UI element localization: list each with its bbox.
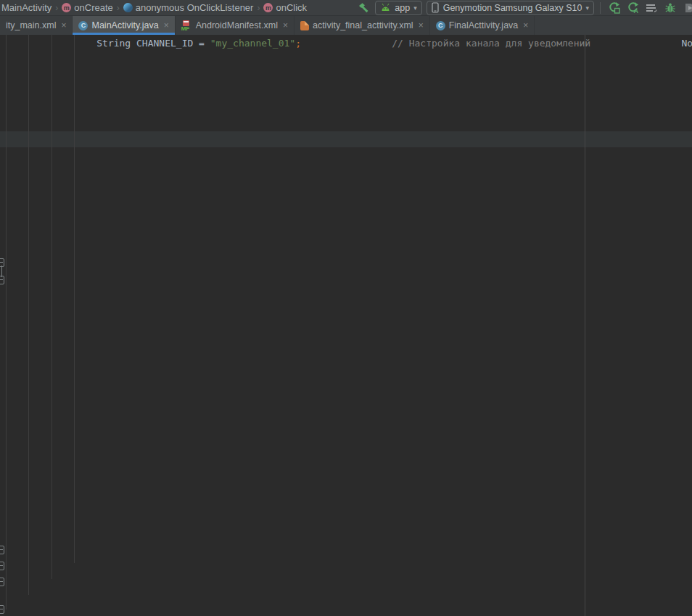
- phone-icon: [432, 1, 440, 15]
- breadcrumb-item[interactable]: monCreate: [62, 2, 112, 13]
- code-line: String CHANNEL_ID = "my_channel_01";: [6, 38, 301, 49]
- indent-guide: [6, 35, 7, 609]
- breadcrumb-label: MainActivity: [1, 2, 52, 13]
- run-config-selector[interactable]: app ▾: [375, 1, 421, 15]
- class-file-icon: C: [436, 21, 445, 30]
- breadcrumb-separator: ›: [113, 3, 123, 13]
- tab-close-icon[interactable]: ×: [419, 20, 424, 30]
- tab-label: MainActivity.java: [91, 20, 158, 30]
- breadcrumb: MainActivity›monCreate›anonymous OnClick…: [1, 0, 307, 15]
- android-studio-window: MainActivity›monCreate›anonymous OnClick…: [0, 0, 692, 616]
- breadcrumb-separator: ›: [52, 3, 62, 13]
- chevron-down-icon: ▾: [413, 4, 417, 12]
- navigation-toolbar: MainActivity›monCreate›anonymous OnClick…: [0, 0, 692, 16]
- breadcrumb-item[interactable]: monClick: [263, 2, 307, 13]
- tab-label: AndroidManifest.xml: [196, 20, 278, 30]
- debug-bug-icon[interactable]: [663, 1, 677, 15]
- tab-close-icon[interactable]: ×: [283, 20, 288, 30]
- tab-label: activity_final_acttivity.xml: [313, 20, 413, 30]
- code-line: NotificationChannel mChannel = new Notif…: [590, 38, 692, 49]
- fold-marker-icon[interactable]: [0, 258, 4, 267]
- editor-tab[interactable]: CMainActivity.java×: [73, 16, 175, 35]
- toolbar-separator: [600, 2, 601, 14]
- code-token: ;: [295, 38, 301, 49]
- code-token: "my_channel_01": [210, 38, 295, 49]
- method-icon: m: [263, 3, 273, 12]
- fold-marker-icon[interactable]: [0, 276, 4, 284]
- code-token: String CHANNEL_ID =: [6, 38, 210, 49]
- indent-guide: [74, 35, 75, 563]
- indent-guide: [28, 35, 29, 595]
- anonymous-class-icon: [123, 3, 133, 12]
- profiler-icon[interactable]: [644, 1, 659, 15]
- code-token: // Настройка канала для уведомлений: [301, 38, 590, 49]
- android-icon: [380, 1, 391, 15]
- fold-range-line: [1, 266, 2, 277]
- code-line: // Настройка канала для уведомлений: [301, 38, 590, 49]
- : MF: [181, 25, 190, 32]
- breadcrumb-item[interactable]: MainActivity: [1, 2, 52, 13]
- tab-close-icon[interactable]: ×: [61, 20, 66, 30]
- indent-guide: [52, 35, 52, 579]
- breadcrumb-label: anonymous OnClickListener: [136, 2, 254, 13]
- breadcrumb-item[interactable]: anonymous OnClickListener: [123, 2, 254, 13]
- code-token: NotificationChannel mChannel =: [590, 38, 692, 49]
- apply-changes-restart-icon[interactable]: [606, 1, 621, 15]
- tab-label: FinalActtivity.java: [449, 20, 519, 30]
- right-margin-guide: [585, 35, 585, 616]
- fold-marker-icon[interactable]: [0, 562, 4, 570]
- build-hammer-icon[interactable]: [356, 1, 371, 15]
- breadcrumb-label: onCreate: [74, 2, 112, 13]
- chevron-down-icon: ▾: [585, 4, 589, 12]
- editor-tabs: ity_main.xml×CMainActivity.java×MFAndroi…: [0, 16, 692, 35]
- fold-marker-icon[interactable]: [0, 578, 4, 586]
- manifest-file-icon: MF: [181, 20, 192, 31]
- run-toolbar: app ▾ Genymotion Samsung Galaxy S10 ▾ A: [356, 1, 692, 15]
- device-selector[interactable]: Genymotion Samsung Galaxy S10 ▾: [427, 1, 594, 15]
- class-file-icon: C: [78, 21, 88, 30]
- apply-code-changes-icon[interactable]: A: [625, 1, 640, 15]
- tab-close-icon[interactable]: ×: [523, 20, 528, 30]
- editor-tab[interactable]: ity_main.xml×: [0, 16, 73, 35]
- svg-text:A: A: [633, 7, 638, 14]
- code-area: String CHANNEL_ID = "my_channel_01"; // …: [0, 36, 692, 52]
- editor-tab[interactable]: MFAndroidManifest.xml×: [176, 16, 294, 35]
- run-config-label: app: [395, 3, 410, 13]
- xml-file-icon: [300, 21, 309, 30]
- device-label: Genymotion Samsung Galaxy S10: [443, 3, 582, 13]
- current-line-highlight: [0, 131, 692, 147]
- tab-close-icon[interactable]: ×: [164, 20, 169, 30]
- code-editor[interactable]: String CHANNEL_ID = "my_channel_01"; // …: [0, 35, 692, 616]
- editor-tab[interactable]: CFinalActtivity.java×: [430, 16, 535, 35]
- fold-marker-icon[interactable]: [0, 605, 4, 614]
- breadcrumb-label: onClick: [276, 2, 307, 13]
- attach-debugger-icon[interactable]: [682, 1, 692, 15]
- fold-marker-icon[interactable]: [0, 546, 4, 554]
- method-icon: m: [62, 3, 71, 12]
- tab-label: ity_main.xml: [6, 20, 56, 30]
- editor-tab[interactable]: activity_final_acttivity.xml×: [294, 16, 430, 35]
- breadcrumb-separator: ›: [253, 3, 263, 13]
